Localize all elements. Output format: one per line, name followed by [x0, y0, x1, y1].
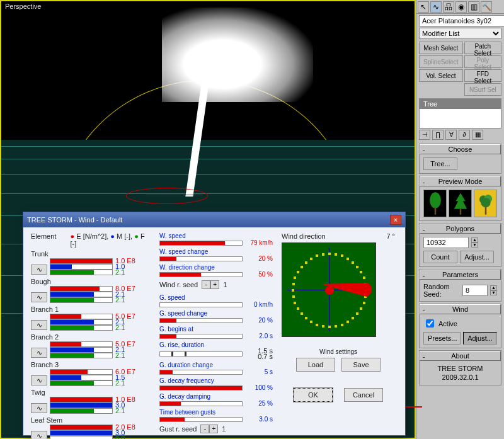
modifier-stack[interactable]: Tree: [419, 98, 501, 128]
object-name-input[interactable]: [419, 15, 504, 26]
m-slider[interactable]: [50, 264, 113, 270]
wave-button[interactable]: ∿: [31, 292, 47, 302]
m-slider[interactable]: [50, 402, 113, 408]
wind-direction-label: Wind direction: [282, 232, 326, 240]
parameters-rollout-head[interactable]: -Parameters: [420, 270, 501, 280]
e-slider[interactable]: [50, 258, 113, 264]
param-slider[interactable]: [159, 351, 243, 356]
ok-button[interactable]: OK: [294, 388, 333, 402]
nsurf-sel-button: NSurf Sel: [464, 83, 501, 96]
param-slider[interactable]: [159, 302, 243, 307]
poly-adjust-button[interactable]: Adjust...: [460, 251, 494, 263]
wind-direction-value: 7 °: [386, 232, 395, 240]
f-slider[interactable]: [50, 297, 113, 303]
dialog-titlebar[interactable]: TREE STORM - Wind - Default ×: [23, 212, 405, 227]
seed-input[interactable]: [462, 285, 488, 296]
m-slider[interactable]: [50, 347, 113, 353]
preview-rollout-head[interactable]: -Preview Mode: [420, 176, 501, 186]
about-rollout-head[interactable]: -About: [420, 351, 501, 361]
wind-adjust-button[interactable]: Adjust...: [463, 332, 497, 345]
f-slider[interactable]: [50, 353, 113, 358]
f-slider[interactable]: [50, 325, 113, 331]
utilities-tab-icon[interactable]: 🔨: [481, 1, 492, 13]
e-slider[interactable]: [50, 369, 113, 375]
mesh-select-button[interactable]: Mesh Select: [419, 42, 463, 54]
m-slider[interactable]: [50, 430, 113, 436]
param-slider[interactable]: [159, 318, 243, 323]
svg-rect-6: [484, 207, 486, 215]
wave-button[interactable]: ∿: [31, 375, 47, 385]
preview-low-button[interactable]: [423, 190, 447, 217]
seed-up-icon[interactable]: ▲: [490, 285, 497, 290]
wave-button[interactable]: ∿: [31, 320, 47, 330]
ffd-select-button[interactable]: FFD Select: [464, 69, 501, 82]
wave-button[interactable]: ∿: [31, 348, 47, 358]
wave-button[interactable]: ∿: [31, 265, 47, 275]
show-end-result-icon[interactable]: ∏: [432, 130, 444, 140]
poly-select-button: Poly Select: [464, 55, 501, 68]
param-slider[interactable]: [159, 401, 243, 406]
wind-rollout-head[interactable]: -Wind: [420, 304, 501, 314]
m-slider[interactable]: [50, 319, 113, 325]
preview-high-button[interactable]: [474, 190, 497, 217]
choose-rollout-head[interactable]: -Choose: [420, 144, 501, 154]
seed-minus-button[interactable]: -: [202, 280, 210, 289]
motion-tab-icon[interactable]: ◉: [455, 1, 467, 13]
cancel-button[interactable]: Cancel: [344, 388, 383, 402]
make-unique-icon[interactable]: ∀: [445, 130, 457, 140]
wind-compass[interactable]: [282, 242, 376, 337]
m-slider[interactable]: [50, 292, 113, 297]
poly-up-icon[interactable]: ▲: [471, 237, 478, 242]
param-slider[interactable]: [159, 334, 243, 339]
wind-presets-button[interactable]: Presets...: [423, 332, 461, 345]
tree-button[interactable]: Tree...: [423, 157, 457, 170]
m-slider[interactable]: [50, 375, 113, 380]
f-slider[interactable]: [50, 436, 113, 439]
modify-tab-icon[interactable]: ∿: [430, 1, 442, 13]
polygons-rollout-head[interactable]: -Polygons: [420, 224, 501, 234]
element-row-branch 2: Branch 2 ∿ 5.0 E72.12.1: [31, 333, 151, 358]
preview-med-button[interactable]: [449, 190, 472, 217]
param-slider[interactable]: [159, 272, 243, 277]
vol-select-button[interactable]: Vol. Select: [419, 69, 463, 82]
param-slider[interactable]: [159, 385, 243, 391]
wave-button[interactable]: ∿: [31, 403, 47, 413]
load-button[interactable]: Load: [296, 358, 335, 372]
poly-down-icon[interactable]: ▼: [471, 242, 478, 248]
param-slider[interactable]: [159, 241, 243, 246]
tree-mesh[interactable]: [124, 8, 288, 197]
create-tab-icon[interactable]: ↖: [418, 1, 429, 13]
e-slider[interactable]: [50, 341, 113, 347]
hierarchy-tab-icon[interactable]: 品: [443, 1, 454, 13]
wind-rollout: -Wind Active Presets... Adjust...: [419, 304, 501, 348]
modifier-list-dropdown[interactable]: Modifier List: [419, 28, 501, 39]
count-button[interactable]: Count: [423, 251, 457, 263]
save-button[interactable]: Save: [341, 358, 381, 372]
e-slider[interactable]: [50, 286, 113, 292]
wave-button[interactable]: ∿: [31, 431, 47, 439]
e-slider[interactable]: [50, 314, 113, 319]
seed-plus-button[interactable]: +: [210, 280, 219, 289]
e-slider[interactable]: [50, 397, 113, 402]
f-slider[interactable]: [50, 380, 113, 386]
gust-seed-plus-button[interactable]: +: [209, 425, 218, 433]
param-slider[interactable]: [159, 417, 243, 422]
seed-down-icon[interactable]: ▼: [490, 290, 497, 295]
element-name: Bough: [31, 278, 51, 285]
remove-modifier-icon[interactable]: ∂: [459, 130, 470, 140]
e-slider[interactable]: [50, 425, 113, 430]
polygon-count-input[interactable]: [423, 237, 469, 248]
param-slider[interactable]: [159, 370, 243, 375]
configure-sets-icon[interactable]: ▦: [472, 130, 483, 140]
f-slider[interactable]: [50, 270, 113, 275]
patch-select-button[interactable]: Patch Select: [464, 42, 501, 54]
stack-item-tree[interactable]: Tree: [420, 99, 501, 109]
gust-seed-minus-button[interactable]: -: [200, 425, 209, 433]
display-tab-icon[interactable]: ▥: [468, 1, 479, 13]
close-icon[interactable]: ×: [390, 215, 401, 225]
element-name: Trunk: [31, 250, 49, 258]
wind-active-checkbox[interactable]: [426, 319, 434, 328]
param-slider[interactable]: [159, 256, 243, 261]
f-slider[interactable]: [50, 408, 113, 414]
pin-stack-icon[interactable]: ⊣: [419, 130, 430, 140]
